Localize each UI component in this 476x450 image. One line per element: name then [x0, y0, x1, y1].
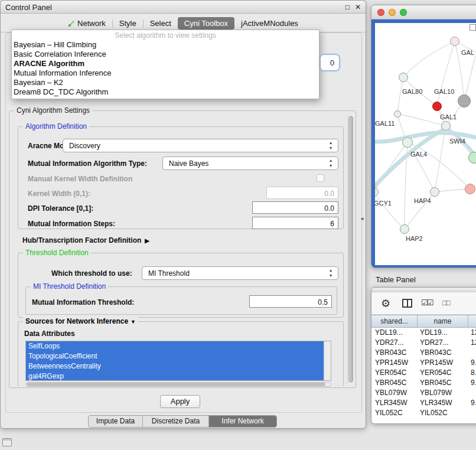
dpi-tolerance-field[interactable]: 0.0: [252, 201, 338, 214]
table-row[interactable]: YBR045C YBR045C 9.: [371, 378, 476, 388]
algorithm-option[interactable]: Basic Correlation Inference: [12, 50, 319, 59]
node-label-gcy1: GCY1: [375, 200, 392, 207]
column-header-shared-name[interactable]: shared...: [371, 315, 418, 327]
node-gal10-red[interactable]: [432, 102, 442, 111]
node-hap2[interactable]: [400, 224, 409, 234]
mi-type-label: Mutual Information Algorithm Type:: [28, 159, 147, 168]
table-row[interactable]: YLR345W YLR345W 9.: [371, 398, 476, 408]
desktop: Control Panel □ ✕ Network Style Select C…: [0, 0, 476, 450]
hub-definition-toggle[interactable]: Hub/Transcription Factor Definition▶: [22, 236, 149, 244]
node-hap4[interactable]: [430, 187, 439, 197]
tab-select[interactable]: Select: [144, 17, 178, 30]
table-window-titlebar[interactable]: [371, 288, 476, 292]
node-pale-pink[interactable]: [450, 37, 459, 46]
node-gal80[interactable]: [399, 73, 408, 82]
node-salmon[interactable]: [465, 184, 475, 194]
zoom-traffic-light[interactable]: [400, 9, 407, 16]
node-label-gal11: GAL11: [375, 120, 395, 127]
tab-style[interactable]: Style: [113, 17, 143, 30]
mi-type-combo[interactable]: Naive Bayes: [162, 156, 338, 170]
table-panel-window: ⚙ ☑☑ □□ shared... name YDL19... YDL19...…: [371, 287, 476, 424]
node-bright-green[interactable]: [468, 152, 476, 164]
manual-kernel-checkbox[interactable]: [317, 174, 324, 182]
node-gal4[interactable]: [402, 137, 413, 148]
iterations-spinner[interactable]: 0: [320, 54, 340, 71]
node-gray[interactable]: [458, 94, 471, 107]
combo-arrows-icon: [329, 268, 335, 279]
table-row[interactable]: YDL19... YDL19... 13: [371, 328, 476, 338]
tab-jactivemodules[interactable]: jActiveMNodules: [234, 17, 305, 30]
tab-impute-data[interactable]: Impute Data: [89, 416, 143, 427]
minimize-traffic-light[interactable]: [389, 9, 396, 16]
minimized-panel-icon[interactable]: [2, 438, 12, 446]
column-header-clipped[interactable]: [468, 315, 476, 327]
algorithm-option[interactable]: Bayesian – K2: [12, 78, 319, 87]
tab-label: Cyni Toolbox: [184, 19, 228, 28]
select-all-icon[interactable]: ☑☑: [421, 298, 432, 307]
show-columns-icon[interactable]: [402, 299, 412, 308]
which-threshold-combo[interactable]: MI Threshold: [142, 266, 338, 280]
attribute-item-selected[interactable]: gal4RGexp: [26, 371, 324, 381]
which-threshold-label: Which threshold to use:: [51, 269, 132, 278]
sources-group-title[interactable]: Sources for Network Inference▼: [23, 317, 138, 325]
attribute-item-selected[interactable]: BetweennessCentrality: [26, 361, 324, 371]
kernel-width-label: Kernel Width (0,1):: [28, 190, 90, 198]
tab-network[interactable]: Network: [61, 17, 112, 30]
algorithm-option[interactable]: Dream8 DC_TDC Algorithm: [12, 87, 319, 97]
apply-button[interactable]: Apply: [160, 395, 200, 408]
table-row[interactable]: YDR27... YDR27... 12: [371, 338, 476, 348]
network-window-titlebar[interactable]: [371, 5, 476, 19]
close-traffic-light[interactable]: [377, 9, 384, 16]
tab-label: Style: [119, 19, 136, 28]
mi-threshold-field[interactable]: 0.5: [249, 295, 332, 308]
scrollbar-thumb[interactable]: [27, 383, 325, 386]
bottom-tabs: Impute Data Discretize Data Infer Networ…: [88, 415, 277, 428]
kernel-width-field[interactable]: 0.0: [266, 187, 338, 199]
combo-value: Naive Bayes: [169, 159, 208, 168]
attribute-item-selected[interactable]: SelfLoops: [26, 341, 324, 351]
node-gal1[interactable]: [441, 121, 451, 131]
control-panel-window: Control Panel □ ✕ Network Style Select C…: [0, 0, 366, 429]
table-row[interactable]: YBL079W YBL079W: [371, 388, 476, 398]
node-label-hap2: HAP2: [406, 235, 423, 242]
algorithm-option[interactable]: Mutual Information Inference: [12, 69, 319, 78]
table-row[interactable]: YPR145W YPR145W 9.: [371, 358, 476, 368]
table-row[interactable]: YIL052C YIL052C: [371, 408, 476, 418]
table-row[interactable]: YBR043C YBR043C: [371, 348, 476, 358]
tab-label: jActiveMNodules: [241, 19, 298, 28]
column-header-name[interactable]: name: [418, 315, 468, 327]
cell-shared-name: YDR27...: [375, 338, 416, 347]
tab-label: Network: [77, 19, 106, 28]
algorithm-option-selected[interactable]: ARACNE Algorithm: [12, 59, 319, 69]
control-panel-titlebar[interactable]: Control Panel □ ✕: [1, 1, 366, 14]
algorithm-option[interactable]: Bayesian – Hill Climbing: [12, 40, 319, 50]
node-gal11[interactable]: [394, 110, 401, 118]
cell-shared-name: YBR045C: [375, 379, 416, 387]
network-overview-checkbox[interactable]: [470, 24, 476, 31]
cell-value: 13: [471, 328, 476, 337]
network-canvas[interactable]: GAL80 GAL10 GAL11 GAL1 SWI4 GAL4 GCY1 HA…: [375, 23, 476, 265]
cell-shared-name: YBL079W: [375, 389, 416, 397]
tab-discretize-data[interactable]: Discretize Data: [143, 416, 209, 427]
dpi-tolerance-label: DPI Tolerance [0,1]:: [28, 204, 93, 213]
float-window-icon[interactable]: □: [345, 3, 350, 11]
tab-infer-network[interactable]: Infer Network: [209, 416, 276, 427]
splitter-collapse-arrow[interactable]: ◄: [360, 216, 364, 221]
attribute-item-selected[interactable]: TopologicalCoefficient: [26, 351, 324, 361]
gear-icon[interactable]: ⚙: [381, 297, 390, 310]
close-window-icon[interactable]: ✕: [355, 3, 361, 11]
table-row[interactable]: YER054C YER054C 8.: [371, 368, 476, 378]
list-scrollbar[interactable]: [324, 341, 331, 380]
algorithm-definition-title: Algorithm Definition: [23, 122, 89, 131]
data-attributes-list[interactable]: SelfLoops TopologicalCoefficient Between…: [25, 341, 331, 381]
settings-scrollbar[interactable]: [347, 115, 354, 384]
list-horizontal-scrollbar[interactable]: [25, 382, 331, 387]
scrollbar-thumb[interactable]: [348, 116, 353, 383]
mi-steps-field[interactable]: 6: [252, 217, 338, 229]
aracne-mode-combo[interactable]: Discovery: [63, 139, 338, 152]
tab-cyni-toolbox[interactable]: Cyni Toolbox: [178, 17, 234, 30]
sources-group: Sources for Network Inference▼ Data Attr…: [18, 321, 344, 386]
deselect-all-icon[interactable]: □□: [442, 298, 449, 307]
cell-value: 9.: [471, 379, 476, 387]
cell-name: YBR045C: [420, 379, 467, 387]
